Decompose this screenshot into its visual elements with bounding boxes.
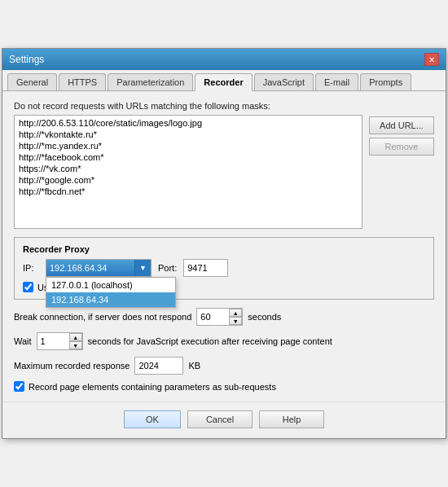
break-connection-input[interactable] (196, 308, 229, 326)
title-bar: Settings ✕ (2, 49, 446, 70)
window-title: Settings (9, 54, 44, 65)
list-item: http://*vkontakte.ru* (16, 129, 360, 140)
break-connection-up-button[interactable]: ▲ (229, 309, 242, 317)
wait-down-button[interactable]: ▼ (69, 341, 82, 349)
max-response-input[interactable] (134, 357, 183, 375)
proxy-group-title: Recorder Proxy (23, 244, 425, 254)
settings-window: Settings ✕ General HTTPS Parameterizatio… (2, 48, 446, 439)
list-item: https://*vk.com* (16, 163, 360, 174)
ip-label: IP: (23, 263, 39, 273)
add-url-button[interactable]: Add URL... (369, 116, 434, 134)
tab-prompts[interactable]: Prompts (360, 73, 411, 90)
cancel-button[interactable]: Cancel (187, 410, 253, 428)
wait-row: Wait ▲ ▼ seconds for JavaScript executio… (14, 332, 434, 350)
wait-suffix: seconds for JavaScript execution after r… (88, 336, 332, 346)
ok-button[interactable]: OK (124, 410, 181, 428)
wait-input-group: ▲ ▼ (37, 332, 83, 350)
ip-option-localhost[interactable]: 127.0.0.1 (localhost) (46, 278, 175, 292)
recorder-content: Do not record requests with URLs matchin… (2, 91, 446, 401)
tab-general[interactable]: General (7, 73, 57, 90)
sub-requests-row: Record page elements containing paramete… (14, 381, 434, 392)
break-connection-spinner: ▲ ▼ (229, 308, 243, 326)
url-buttons: Add URL... Remove (369, 115, 434, 229)
list-item: http://*mc.yandex.ru* (16, 140, 360, 151)
list-item: http://200.6.53.110/core/static/images/l… (16, 117, 360, 129)
break-connection-input-group: ▲ ▼ (196, 308, 243, 326)
break-connection-row: Break connection, if server does not res… (14, 308, 434, 326)
close-button[interactable]: ✕ (424, 53, 439, 66)
remove-button[interactable]: Remove (369, 138, 434, 156)
break-connection-down-button[interactable]: ▼ (229, 317, 242, 325)
wait-input[interactable] (37, 332, 69, 350)
ip-dropdown-arrow-icon: ▼ (134, 260, 151, 276)
ip-selected-value: 192.168.64.34 (46, 262, 134, 274)
tabs-bar: General HTTPS Parameterization Recorder … (2, 70, 446, 91)
help-button[interactable]: Help (259, 410, 324, 428)
list-item: http://*facebook.com* (16, 151, 360, 163)
title-bar-buttons: ✕ (424, 53, 439, 66)
wait-prefix: Wait (14, 336, 32, 346)
list-item: http://*google.com* (16, 174, 360, 186)
sub-requests-checkbox[interactable] (14, 381, 24, 392)
url-section-label: Do not record requests with URLs matchin… (14, 101, 434, 111)
port-label: Port: (158, 263, 177, 273)
sub-requests-label: Record page elements containing paramete… (29, 382, 276, 392)
list-item: http://*fbcdn.net* (16, 186, 360, 197)
bottom-bar: OK Cancel Help (2, 401, 446, 438)
ip-dropdown-list: 127.0.0.1 (localhost) 192.168.64.34 (46, 277, 176, 308)
tab-javascript[interactable]: JavaScript (254, 73, 314, 90)
break-connection-prefix: Break connection, if server does not res… (14, 312, 191, 322)
break-connection-suffix: seconds (248, 312, 281, 322)
ip-dropdown[interactable]: 192.168.64.34 ▼ (46, 259, 152, 277)
wait-spinner: ▲ ▼ (69, 332, 83, 350)
url-list-container: http://200.6.53.110/core/static/images/l… (14, 115, 434, 229)
port-input[interactable] (183, 259, 228, 277)
ip-dropdown-container: 192.168.64.34 ▼ 127.0.0.1 (localhost) 19… (46, 259, 152, 277)
proxy-row: IP: 192.168.64.34 ▼ 127.0.0.1 (localhost… (23, 259, 425, 277)
tab-email[interactable]: E-mail (315, 73, 358, 90)
ip-option-192[interactable]: 192.168.64.34 (46, 292, 175, 307)
tab-https[interactable]: HTTPS (59, 73, 106, 90)
use-proxy-checkbox[interactable] (23, 282, 33, 292)
tab-recorder[interactable]: Recorder (195, 73, 252, 91)
recorder-proxy-group: Recorder Proxy IP: 192.168.64.34 ▼ 127.0… (14, 237, 434, 300)
max-response-suffix: KB (188, 361, 200, 371)
max-response-prefix: Maximum recorded response (14, 361, 130, 371)
tab-parameterization[interactable]: Parameterization (108, 73, 193, 90)
max-response-row: Maximum recorded response KB (14, 357, 434, 375)
wait-up-button[interactable]: ▲ (69, 333, 82, 341)
url-list-box[interactable]: http://200.6.53.110/core/static/images/l… (14, 115, 362, 229)
